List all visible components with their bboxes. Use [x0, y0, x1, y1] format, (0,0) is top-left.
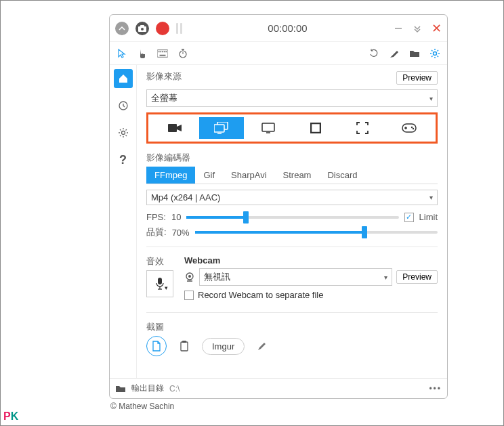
- capture-mode-row: [146, 112, 438, 144]
- folder-icon[interactable]: [409, 48, 420, 59]
- keyboard-icon[interactable]: [157, 48, 168, 59]
- tab-stream[interactable]: Stream: [275, 167, 320, 184]
- webcam-select[interactable]: 無視訊 ▾: [199, 268, 392, 286]
- svg-rect-24: [311, 123, 320, 133]
- quality-slider[interactable]: [195, 231, 438, 234]
- cursor-icon[interactable]: [117, 48, 127, 59]
- click-icon[interactable]: [137, 48, 148, 59]
- webcam-icon: [184, 272, 195, 282]
- divider: [146, 312, 438, 313]
- tab-discard[interactable]: Discard: [319, 167, 365, 184]
- nav-settings[interactable]: [114, 123, 133, 142]
- output-path[interactable]: C:\: [169, 384, 423, 393]
- mode-game[interactable]: [387, 117, 432, 139]
- screenshot-label: 截圖: [146, 321, 438, 333]
- minimize-button[interactable]: [393, 23, 404, 34]
- mode-screens[interactable]: [199, 117, 243, 139]
- expand-down-button[interactable]: [412, 23, 423, 34]
- record-button[interactable]: [156, 22, 169, 35]
- mode-region[interactable]: [340, 117, 384, 139]
- webcam-value: 無視訊: [204, 271, 230, 283]
- screenshot-imgur-button[interactable]: Imgur: [202, 338, 245, 355]
- webcam-preview-button[interactable]: Preview: [396, 270, 438, 284]
- webcam-separate-checkbox[interactable]: [184, 291, 194, 300]
- screenshot-edit-button[interactable]: [253, 337, 272, 356]
- svg-point-17: [121, 131, 125, 135]
- svg-rect-18: [168, 124, 177, 132]
- folder-icon[interactable]: [115, 383, 126, 394]
- screenshot-file-button[interactable]: [146, 336, 167, 356]
- more-button[interactable]: •••: [429, 384, 442, 393]
- svg-point-15: [434, 51, 437, 55]
- copyright-text: © Mathew Sachin: [110, 402, 174, 411]
- limit-label: Limit: [419, 212, 438, 222]
- fps-slider[interactable]: [186, 216, 398, 219]
- stopwatch-icon[interactable]: [177, 48, 188, 59]
- main-content: 影像來源 Preview 全螢幕 ▾ 影像編碼器: [137, 65, 447, 378]
- quality-value: 70%: [172, 228, 190, 238]
- svg-rect-6: [160, 51, 161, 52]
- svg-point-2: [141, 28, 144, 30]
- svg-rect-20: [214, 125, 224, 132]
- output-label: 輸出目錄: [131, 383, 164, 394]
- source-select[interactable]: 全螢幕 ▾: [146, 89, 438, 107]
- screenshot-button[interactable]: [135, 22, 149, 35]
- mode-window[interactable]: [293, 117, 337, 139]
- app-window: 00:00:00 ✕ ?: [109, 14, 448, 399]
- svg-rect-35: [181, 342, 188, 351]
- chevron-down-icon: ▾: [384, 274, 387, 281]
- tab-ffmpeg[interactable]: FFmpeg: [146, 167, 195, 184]
- mode-screen[interactable]: [247, 117, 291, 139]
- nav-history[interactable]: [114, 96, 133, 115]
- source-preview-button[interactable]: Preview: [396, 71, 438, 85]
- svg-point-34: [188, 275, 191, 278]
- webcam-label: Webcam: [184, 255, 438, 265]
- codec-value: Mp4 (x264 | AAC): [151, 192, 220, 203]
- svg-rect-30: [158, 278, 162, 284]
- encoder-label: 影像編碼器: [146, 152, 438, 164]
- svg-rect-7: [162, 51, 163, 52]
- svg-rect-5: [159, 51, 160, 52]
- svg-rect-22: [262, 123, 274, 131]
- tab-gif[interactable]: Gif: [195, 167, 223, 184]
- source-label: 影像來源: [146, 70, 182, 83]
- codec-select[interactable]: Mp4 (x264 | AAC) ▾: [146, 190, 438, 205]
- fps-label: FPS:: [146, 212, 166, 222]
- svg-point-28: [411, 127, 413, 128]
- collapse-up-button[interactable]: [115, 22, 129, 35]
- tool-toolbar: [110, 42, 447, 65]
- encoder-tabs: FFmpeg Gif SharpAvi Stream Discard: [146, 167, 438, 184]
- limit-checkbox[interactable]: [404, 213, 414, 222]
- svg-rect-8: [164, 51, 165, 52]
- side-nav: ?: [110, 65, 137, 378]
- nav-help[interactable]: ?: [114, 150, 133, 169]
- svg-rect-10: [160, 54, 166, 56]
- refresh-icon[interactable]: [369, 48, 379, 59]
- svg-rect-4: [157, 49, 168, 57]
- quality-row: 品質: 70%: [146, 226, 438, 238]
- settings-gear-icon[interactable]: [429, 48, 440, 59]
- timer-display: 00:00:00: [182, 22, 393, 34]
- close-button[interactable]: ✕: [431, 23, 442, 34]
- pk-logo: PK: [3, 410, 18, 423]
- screenshot-clipboard-button[interactable]: [175, 337, 194, 356]
- fps-row: FPS: 10 Limit: [146, 212, 438, 222]
- tab-sharpavi[interactable]: SharpAvi: [223, 167, 275, 184]
- svg-point-29: [413, 128, 414, 129]
- nav-home[interactable]: [114, 69, 133, 88]
- audio-label: 音效: [146, 255, 173, 268]
- titlebar: 00:00:00 ✕: [110, 15, 447, 42]
- brush-icon[interactable]: [389, 48, 400, 59]
- mode-camera[interactable]: [152, 117, 196, 139]
- pause-button: [176, 23, 182, 34]
- chevron-down-icon: ▾: [429, 194, 433, 201]
- fps-value: 10: [171, 212, 181, 222]
- svg-rect-9: [165, 51, 167, 52]
- chevron-down-icon: ▾: [429, 95, 433, 102]
- quality-label: 品質:: [146, 226, 167, 238]
- source-value: 全螢幕: [151, 92, 177, 104]
- divider: [146, 247, 438, 247]
- chevron-down-icon: ▾: [165, 284, 168, 291]
- svg-rect-1: [140, 25, 144, 27]
- audio-mic-button[interactable]: ▾: [146, 270, 173, 297]
